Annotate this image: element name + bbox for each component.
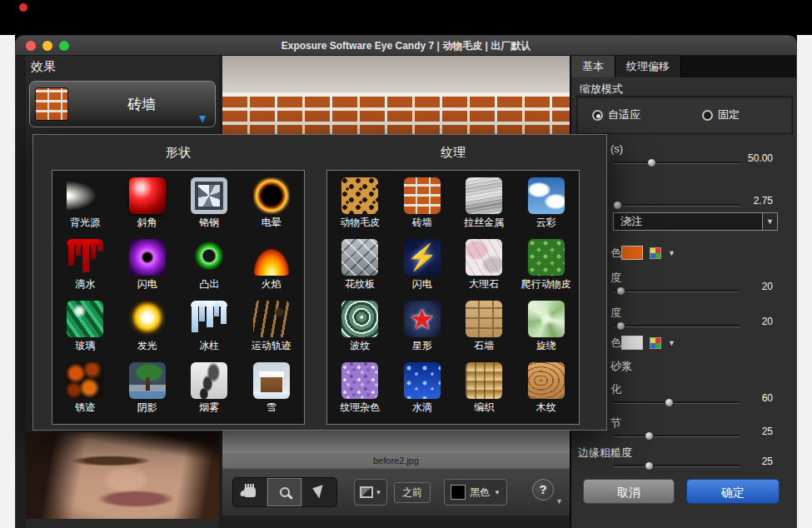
chevron-down-icon[interactable]: ▼ bbox=[668, 339, 675, 347]
texture-item-clouds[interactable]: 云彩 bbox=[516, 174, 578, 236]
shape-item-chrome[interactable]: 铬钢 bbox=[178, 174, 241, 236]
tile-label: 背光源 bbox=[70, 216, 100, 230]
tab-basic[interactable]: 基本 bbox=[571, 56, 615, 77]
slider-thumb[interactable] bbox=[616, 286, 625, 296]
brick-tex-icon bbox=[404, 177, 441, 214]
texture-item-lightning-tex[interactable]: ⚡闪电 bbox=[391, 236, 454, 297]
opacity1-slider[interactable] bbox=[613, 286, 740, 296]
slider-thumb[interactable] bbox=[647, 158, 656, 167]
background-color-button[interactable]: 黑色 ▼ bbox=[444, 479, 507, 506]
before-button[interactable]: 之前 bbox=[394, 482, 431, 503]
texture-item-star[interactable]: ★星形 bbox=[391, 297, 454, 359]
shape-item-glow[interactable]: 发光 bbox=[117, 297, 179, 359]
brick-color-swatch[interactable] bbox=[621, 246, 643, 260]
texture-item-swirl[interactable]: 旋绕 bbox=[516, 297, 578, 359]
radio-fixed[interactable]: 固定 bbox=[702, 107, 740, 122]
titlebar: Exposure Software Eye Candy 7 | 动物毛皮 | 出… bbox=[16, 36, 796, 56]
soften-slider[interactable] bbox=[613, 397, 740, 407]
slider-thumb[interactable] bbox=[613, 201, 622, 210]
slider-thumb[interactable] bbox=[665, 398, 674, 407]
texture-item-brick-tex[interactable]: 砖墙 bbox=[391, 174, 454, 236]
param-value: 50.00 bbox=[748, 152, 773, 164]
tile-label: 阴影 bbox=[137, 401, 157, 415]
cursor-tool-button[interactable] bbox=[302, 478, 336, 506]
shape-item-drip[interactable]: 滴水 bbox=[54, 236, 117, 297]
texture-item-plate[interactable]: 花纹板 bbox=[329, 236, 391, 297]
shape-item-snow[interactable]: 雪 bbox=[241, 359, 303, 421]
shape-item-fire[interactable]: 火焰 bbox=[241, 236, 303, 297]
lightning-tex-glyph: ⚡ bbox=[406, 245, 437, 270]
hand-tool-button[interactable] bbox=[233, 478, 267, 506]
shape-item-rust[interactable]: 锈迹 bbox=[54, 359, 117, 421]
opacity2-slider[interactable] bbox=[613, 321, 740, 331]
texture-item-wood[interactable]: 木纹 bbox=[516, 359, 578, 421]
tile-label: 烟雾 bbox=[199, 401, 219, 415]
magnifier-icon bbox=[280, 487, 290, 497]
tile-label: 编织 bbox=[474, 401, 494, 415]
slider-thumb[interactable] bbox=[645, 461, 654, 471]
texture-item-drops[interactable]: 水滴 bbox=[391, 359, 454, 421]
section-label: 砂浆 bbox=[610, 359, 632, 374]
textures-section-title: 纹理 bbox=[326, 145, 580, 161]
param-label: 色 bbox=[610, 336, 621, 351]
tile-label: 火焰 bbox=[262, 277, 281, 291]
texture-item-noise[interactable]: 纹理杂色 bbox=[329, 359, 391, 421]
tool-group bbox=[232, 477, 337, 507]
texture-item-metal[interactable]: 拉丝金属 bbox=[453, 174, 516, 236]
zoom-tool-button[interactable] bbox=[267, 478, 301, 506]
shape-item-shadow[interactable]: 阴影 bbox=[117, 359, 179, 421]
shapes-section-title: 形状 bbox=[52, 145, 305, 161]
texture-item-fur[interactable]: 动物毛皮 bbox=[329, 174, 391, 236]
palette-icon[interactable] bbox=[650, 247, 661, 259]
texture-item-marble[interactable]: 大理石 bbox=[453, 236, 516, 297]
slider-track bbox=[613, 290, 740, 292]
slider-thumb[interactable] bbox=[616, 321, 625, 331]
shapes-grid: 背光源斜角铬钢电晕滴水闪电凸出火焰玻璃发光冰柱运动轨迹锈迹阴影烟雾雪 bbox=[52, 171, 304, 424]
width-slider[interactable] bbox=[613, 157, 740, 167]
help-chevron-icon[interactable]: ▼ bbox=[555, 497, 563, 506]
tile-label: 木纹 bbox=[536, 401, 556, 415]
shape-item-corona[interactable]: 电晕 bbox=[241, 174, 303, 236]
tile-label: 玻璃 bbox=[75, 339, 95, 353]
help-button[interactable]: ? bbox=[532, 479, 554, 501]
source-image-thumbnail bbox=[26, 432, 219, 519]
mortar-color-swatch[interactable] bbox=[621, 336, 643, 350]
texture-item-ripples[interactable]: 波纹 bbox=[329, 297, 391, 359]
tile-label: 旋绕 bbox=[536, 339, 556, 353]
slider-thumb[interactable] bbox=[645, 431, 654, 441]
desktop-background-left bbox=[0, 35, 15, 528]
view-mode-button[interactable]: ▼ bbox=[354, 479, 387, 506]
shape-item-extrude[interactable]: 凸出 bbox=[178, 236, 241, 297]
shape-item-glass[interactable]: 玻璃 bbox=[54, 297, 117, 359]
texture-item-weave[interactable]: 编织 bbox=[453, 359, 516, 421]
texture-item-stone[interactable]: 石墙 bbox=[453, 297, 516, 359]
cancel-button[interactable]: 取消 bbox=[583, 479, 675, 504]
grout-dropdown[interactable]: 浇注 ▼ bbox=[613, 212, 778, 231]
shape-item-bevel[interactable]: 斜角 bbox=[117, 174, 179, 236]
param-label: 色 bbox=[610, 246, 621, 261]
height-slider[interactable] bbox=[613, 200, 740, 210]
tab-texture-offset[interactable]: 纹理偏移 bbox=[615, 56, 681, 77]
chevron-down-icon[interactable]: ▼ bbox=[668, 249, 675, 257]
detail-slider[interactable] bbox=[613, 431, 740, 441]
slider-track bbox=[613, 204, 740, 207]
palette-icon[interactable] bbox=[650, 337, 661, 349]
shape-item-icicles[interactable]: 冰柱 bbox=[178, 297, 241, 359]
tile-label: 星形 bbox=[412, 339, 432, 353]
effect-selector-dropdown[interactable]: 砖墙 ▼ bbox=[29, 81, 216, 127]
desktop-background-right bbox=[797, 35, 812, 528]
chevron-down-icon: ▼ bbox=[197, 112, 208, 125]
ripples-icon bbox=[341, 301, 378, 337]
edge-roughness-slider[interactable] bbox=[613, 461, 740, 471]
shapes-group-box: 背光源斜角铬钢电晕滴水闪电凸出火焰玻璃发光冰柱运动轨迹锈迹阴影烟雾雪 bbox=[52, 170, 305, 425]
shape-item-backlight[interactable]: 背光源 bbox=[54, 174, 117, 236]
radio-adaptive[interactable]: 自适应 bbox=[592, 107, 640, 122]
texture-item-reptile[interactable]: 爬行动物皮 bbox=[516, 236, 578, 297]
settings-tabbar: 基本 纹理偏移 bbox=[571, 56, 797, 77]
snow-icon bbox=[253, 362, 290, 399]
shape-item-smoke[interactable]: 烟雾 bbox=[178, 359, 241, 421]
shape-item-lightning-shape[interactable]: 闪电 bbox=[117, 236, 179, 297]
tile-label: 云彩 bbox=[536, 216, 556, 230]
shape-item-motion-trail[interactable]: 运动轨迹 bbox=[241, 297, 303, 359]
ok-button[interactable]: 确定 bbox=[686, 479, 780, 504]
